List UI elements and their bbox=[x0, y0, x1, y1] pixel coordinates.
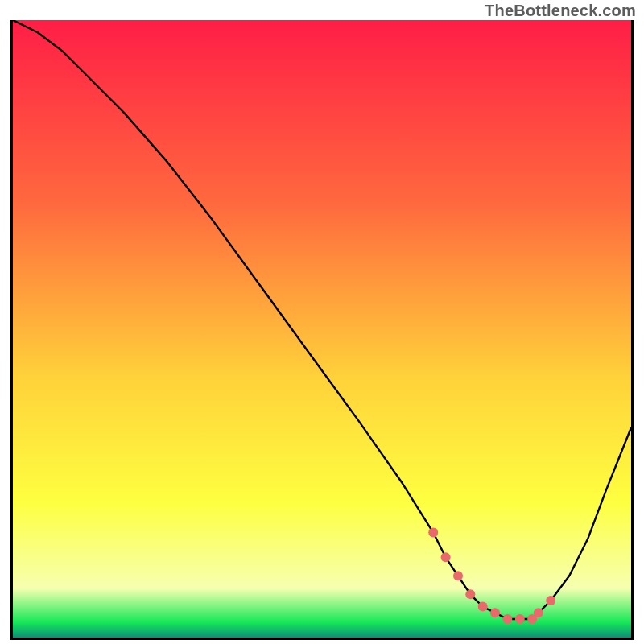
plot-frame bbox=[10, 20, 634, 640]
watermark-label: TheBottleneck.com bbox=[485, 2, 636, 20]
valley-marker bbox=[428, 528, 438, 538]
valley-marker bbox=[490, 608, 500, 617]
valley-marker bbox=[515, 614, 525, 624]
valley-marker bbox=[534, 608, 543, 617]
valley-marker bbox=[546, 596, 555, 605]
valley-marker bbox=[478, 602, 488, 612]
valley-marker bbox=[453, 571, 463, 580]
gradient-background bbox=[13, 20, 631, 638]
valley-marker bbox=[502, 614, 512, 624]
plot-svg bbox=[13, 20, 631, 638]
valley-marker bbox=[465, 589, 475, 599]
valley-marker bbox=[441, 552, 451, 562]
chart-stage: TheBottleneck.com bbox=[0, 0, 644, 644]
